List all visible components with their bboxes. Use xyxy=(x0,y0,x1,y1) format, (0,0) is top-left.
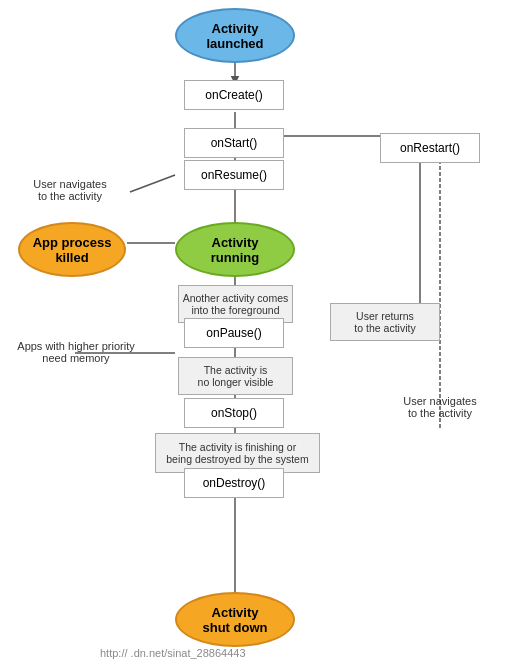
finishing-node: The activity is finishing or being destr… xyxy=(155,433,320,473)
on-pause-label: onPause() xyxy=(206,326,261,340)
user-returns-node: User returns to the activity xyxy=(330,303,440,341)
app-process-killed-node: App process killed xyxy=(18,222,126,277)
on-pause-node: onPause() xyxy=(184,318,284,348)
watermark: http:// .dn.net/sinat_28864443 xyxy=(100,647,246,659)
svg-line-18 xyxy=(130,175,175,192)
another-activity-label: Another activity comes into the foregrou… xyxy=(183,292,289,316)
finishing-label: The activity is finishing or being destr… xyxy=(166,441,308,465)
on-create-node: onCreate() xyxy=(184,80,284,110)
on-create-label: onCreate() xyxy=(205,88,262,102)
on-destroy-node: onDestroy() xyxy=(184,468,284,498)
on-start-label: onStart() xyxy=(211,136,258,150)
user-navigates-text-top: User navigates to the activity xyxy=(33,178,106,202)
on-stop-label: onStop() xyxy=(211,406,257,420)
on-stop-node: onStop() xyxy=(184,398,284,428)
apps-priority-text: Apps with higher priority need memory xyxy=(17,340,134,364)
user-navigates-text-bottom: User navigates to the activity xyxy=(403,395,476,419)
on-resume-node: onResume() xyxy=(184,160,284,190)
user-navigates-label-bottom: User navigates to the activity xyxy=(380,395,500,419)
activity-running-label: Activity running xyxy=(211,235,259,265)
activity-shut-down-label: Activity shut down xyxy=(203,605,268,635)
activity-running-node: Activity running xyxy=(175,222,295,277)
app-process-killed-label: App process killed xyxy=(33,235,112,265)
user-navigates-label-top: User navigates to the activity xyxy=(5,178,135,202)
activity-shut-down-node: Activity shut down xyxy=(175,592,295,647)
activity-launched-label: Activity launched xyxy=(206,21,263,51)
user-returns-label: User returns to the activity xyxy=(354,310,415,334)
on-restart-label: onRestart() xyxy=(400,141,460,155)
no-longer-visible-node: The activity is no longer visible xyxy=(178,357,293,395)
apps-priority-label: Apps with higher priority need memory xyxy=(2,340,150,364)
watermark-text: http:// .dn.net/sinat_28864443 xyxy=(100,647,246,659)
on-start-node: onStart() xyxy=(184,128,284,158)
no-longer-visible-label: The activity is no longer visible xyxy=(198,364,274,388)
activity-launched-node: Activity launched xyxy=(175,8,295,63)
on-destroy-label: onDestroy() xyxy=(203,476,266,490)
on-resume-label: onResume() xyxy=(201,168,267,182)
on-restart-node: onRestart() xyxy=(380,133,480,163)
